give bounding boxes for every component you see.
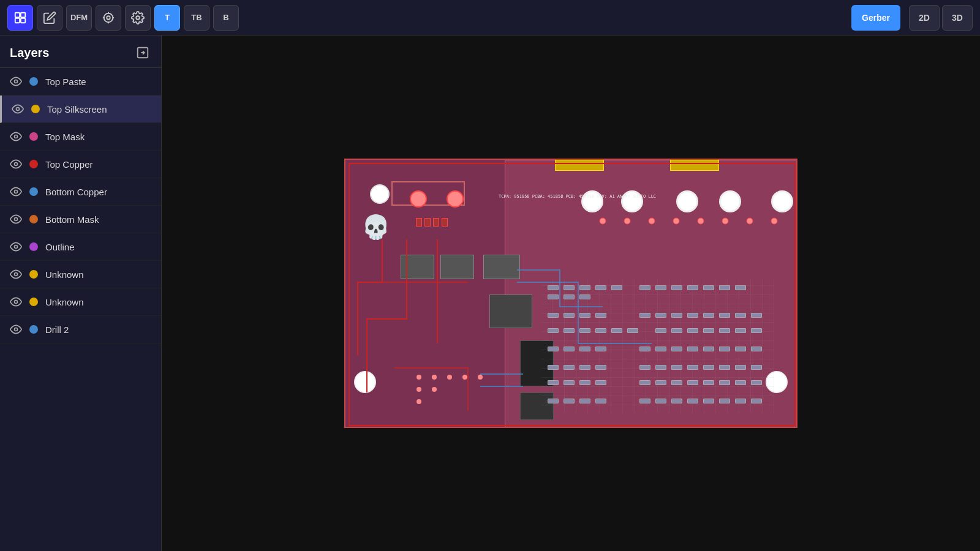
settings-btn[interactable] xyxy=(125,5,151,31)
smd-area xyxy=(541,279,774,414)
layer-item-bottom-copper[interactable]: Bottom Copper xyxy=(0,178,161,206)
ic-1 xyxy=(401,255,434,279)
layer-eye-bottom-mask[interactable] xyxy=(10,213,22,225)
pad-bottom-left xyxy=(354,371,376,393)
layer-eye-top-silkscreen[interactable] xyxy=(12,103,24,115)
layer-name-unknown-2: Unknown xyxy=(45,297,84,307)
svg-point-4 xyxy=(104,13,113,22)
svg-point-16 xyxy=(15,190,18,193)
svg-point-27 xyxy=(478,375,483,380)
view-2d-button[interactable]: 2D xyxy=(909,5,940,31)
layer-item-top-mask[interactable]: Top Mask xyxy=(0,123,161,151)
layer-item-top-silkscreen[interactable]: Top Silkscreen xyxy=(0,96,161,123)
svg-point-18 xyxy=(15,246,18,249)
svg-point-29 xyxy=(432,387,437,392)
ic-large-1 xyxy=(489,294,532,328)
layer-name-top-silkscreen: Top Silkscreen xyxy=(47,104,107,114)
svg-point-28 xyxy=(417,387,421,392)
layer-dot-top-mask xyxy=(29,132,38,141)
layer-eye-top-mask[interactable] xyxy=(10,130,22,143)
svg-point-12 xyxy=(15,80,18,83)
svg-point-26 xyxy=(462,375,467,380)
layer-eye-unknown-1[interactable] xyxy=(10,268,22,280)
layer-name-outline: Outline xyxy=(45,242,75,252)
layer-item-top-copper[interactable]: Top Copper xyxy=(0,151,161,178)
svg-point-14 xyxy=(15,135,18,138)
svg-point-17 xyxy=(15,218,18,221)
svg-point-20 xyxy=(15,301,18,304)
layer-eye-unknown-2[interactable] xyxy=(10,296,22,308)
layer-dot-top-copper xyxy=(29,160,38,168)
layer-name-bottom-mask: Bottom Mask xyxy=(45,214,99,225)
svg-point-15 xyxy=(15,163,18,166)
svg-point-23 xyxy=(417,375,421,380)
svg-point-10 xyxy=(136,16,140,20)
layer-dot-outline xyxy=(29,242,38,251)
layer-item-drill-2[interactable]: Drill 2 xyxy=(0,316,161,343)
view-toggle: 2D 3D xyxy=(909,5,973,31)
pad-top-1 xyxy=(370,184,390,204)
layer-name-top-paste: Top Paste xyxy=(45,77,86,87)
svg-rect-2 xyxy=(15,18,20,22)
gerber-button[interactable]: Gerber xyxy=(851,5,900,31)
layer-eye-top-copper[interactable] xyxy=(10,158,22,170)
pad-top-3 xyxy=(447,190,464,208)
canvas-area[interactable]: 💀 TCPA: 951858 PCBA: 451858 PCB: 451858 … xyxy=(162,36,980,551)
layer-name-top-mask: Top Mask xyxy=(45,132,85,142)
pcb-connector-top1 xyxy=(555,160,604,171)
layer-item-outline[interactable]: Outline xyxy=(0,233,161,261)
pad-r4 xyxy=(719,190,741,212)
main-area: Layers Top PasteTop SilkscreenTop MaskTo… xyxy=(0,36,980,551)
ic-3 xyxy=(483,255,520,279)
pad-r5 xyxy=(771,190,793,212)
svg-rect-1 xyxy=(21,12,25,17)
pcb-connector-top2 xyxy=(670,160,719,171)
sidebar-title: Layers xyxy=(10,46,50,60)
layer-item-top-paste[interactable]: Top Paste xyxy=(0,68,161,96)
svg-point-13 xyxy=(17,108,20,111)
sidebar: Layers Top PasteTop SilkscreenTop MaskTo… xyxy=(0,36,162,551)
layer-name-unknown-1: Unknown xyxy=(45,269,84,280)
svg-point-19 xyxy=(15,273,18,276)
t-btn[interactable]: T xyxy=(154,5,180,31)
layer-dot-bottom-copper xyxy=(29,187,38,196)
sidebar-header: Layers xyxy=(0,36,161,68)
layer-list: Top PasteTop SilkscreenTop MaskTop Coppe… xyxy=(0,68,161,343)
layer-eye-top-paste[interactable] xyxy=(10,75,22,88)
svg-point-21 xyxy=(15,328,18,331)
layer-eye-outline[interactable] xyxy=(10,241,22,253)
view-3d-button[interactable]: 3D xyxy=(942,5,973,31)
pad-top-2 xyxy=(410,190,427,208)
layer-eye-drill-2[interactable] xyxy=(10,323,22,335)
layers-icon-btn[interactable] xyxy=(7,5,33,31)
tb-btn[interactable]: TB xyxy=(184,5,209,31)
layer-dot-top-silkscreen xyxy=(31,105,40,113)
svg-point-5 xyxy=(107,16,110,20)
layer-item-unknown-1[interactable]: Unknown xyxy=(0,261,161,288)
layer-item-bottom-mask[interactable]: Bottom Mask xyxy=(0,206,161,233)
dfm-btn[interactable]: DFM xyxy=(66,5,92,31)
svg-rect-0 xyxy=(15,12,20,17)
layer-item-unknown-2[interactable]: Unknown xyxy=(0,288,161,316)
pad-r3 xyxy=(676,190,698,212)
layer-dot-unknown-1 xyxy=(29,270,38,279)
layer-name-top-copper: Top Copper xyxy=(45,159,93,170)
layer-dot-bottom-mask xyxy=(29,215,38,223)
layer-dot-unknown-2 xyxy=(29,298,38,306)
svg-point-30 xyxy=(417,399,421,404)
edit-btn[interactable] xyxy=(37,5,62,31)
layer-eye-bottom-copper[interactable] xyxy=(10,186,22,198)
skull-logo: 💀 xyxy=(360,212,391,242)
layer-dot-top-paste xyxy=(29,77,38,86)
toolbar: DFM T TB B Gerber 2D 3D xyxy=(0,0,980,36)
svg-point-25 xyxy=(447,375,452,380)
svg-rect-3 xyxy=(21,18,25,22)
target-btn[interactable] xyxy=(96,5,121,31)
pcb-board[interactable]: 💀 TCPA: 951858 PCBA: 451858 PCB: 451858 … xyxy=(344,159,797,428)
import-icon[interactable] xyxy=(134,44,151,61)
svg-point-24 xyxy=(432,375,437,380)
connector-pins xyxy=(416,218,448,227)
b-btn[interactable]: B xyxy=(213,5,239,31)
pcb-info-text: TCPA: 951858 PCBA: 451858 PCB: 451858 RE… xyxy=(499,193,656,200)
layer-dot-drill-2 xyxy=(29,325,38,334)
